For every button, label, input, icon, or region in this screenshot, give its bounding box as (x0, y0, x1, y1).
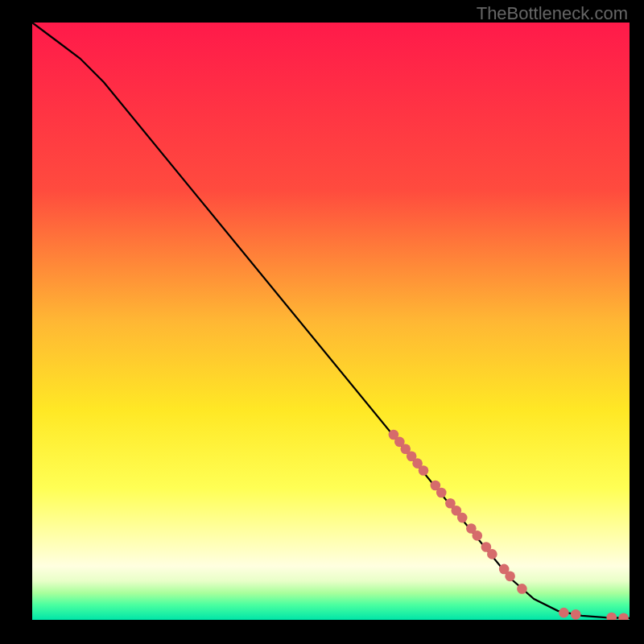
plot-area (32, 23, 630, 620)
data-marker (487, 549, 497, 559)
data-marker (559, 608, 569, 618)
data-marker (419, 465, 429, 476)
chart-overlay (32, 23, 630, 620)
data-marker (571, 609, 581, 620)
marker-group (389, 430, 629, 620)
data-marker (606, 613, 617, 620)
data-marker (457, 513, 468, 523)
watermark-text: TheBottleneck.com (477, 3, 628, 24)
data-marker (472, 530, 482, 541)
data-marker (517, 584, 527, 594)
data-marker (436, 488, 447, 498)
data-marker (505, 572, 515, 582)
curve-line (32, 23, 630, 618)
data-marker (618, 613, 629, 620)
